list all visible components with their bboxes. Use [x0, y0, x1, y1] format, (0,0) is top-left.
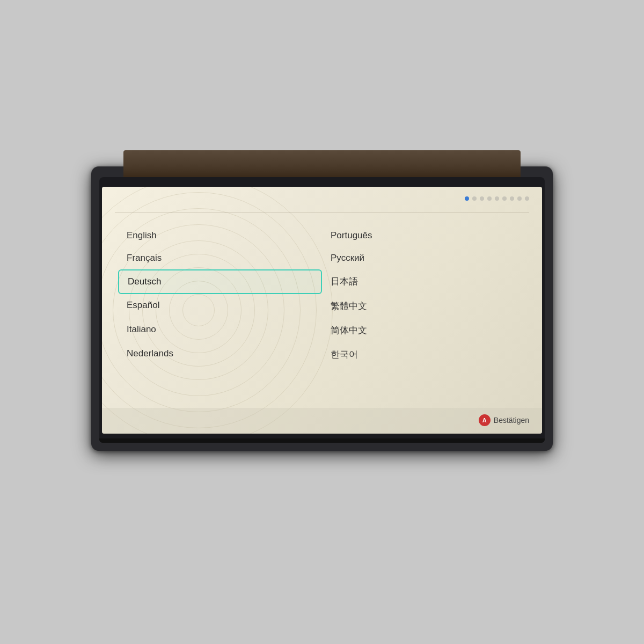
- screen-bezel: English Português Français Русский Deuts…: [99, 177, 545, 443]
- dot-2: [472, 196, 477, 201]
- lang-item-japanese[interactable]: 日本語: [322, 269, 526, 294]
- lang-item-espanol[interactable]: Español: [118, 294, 322, 318]
- lang-item-english[interactable]: English: [118, 224, 322, 247]
- dot-7: [510, 196, 514, 201]
- lang-item-deutsch[interactable]: Deutsch: [118, 269, 322, 294]
- scene: English Português Français Русский Deuts…: [80, 150, 564, 462]
- lang-item-italiano[interactable]: Italiano: [118, 318, 322, 342]
- confirm-area[interactable]: A Bestätigen: [479, 414, 529, 426]
- screen: English Português Français Русский Deuts…: [102, 187, 542, 434]
- a-button-icon: A: [479, 414, 491, 426]
- lang-item-korean[interactable]: 한국어: [322, 342, 526, 367]
- dot-6: [502, 196, 507, 201]
- lang-item-simp-chinese[interactable]: 简体中文: [322, 318, 526, 342]
- dot-1: [465, 196, 469, 201]
- dot-3: [480, 196, 484, 201]
- lang-item-nederlands[interactable]: Nederlands: [118, 342, 322, 367]
- box-top: [123, 150, 521, 177]
- dot-8: [517, 196, 522, 201]
- confirm-label: Bestätigen: [494, 416, 529, 425]
- bottom-bar: [99, 438, 545, 443]
- progress-dots: [465, 196, 529, 201]
- lang-item-trad-chinese[interactable]: 繁體中文: [322, 294, 526, 318]
- language-list: English Português Français Русский Deuts…: [102, 219, 542, 407]
- lang-item-francais[interactable]: Français: [118, 247, 322, 269]
- divider: [115, 213, 529, 213]
- dot-9: [525, 196, 529, 201]
- lang-item-portugues[interactable]: Português: [322, 224, 526, 247]
- dot-4: [487, 196, 492, 201]
- screen-bottom-strip: [102, 408, 542, 434]
- dot-5: [495, 196, 499, 201]
- lang-item-russian[interactable]: Русский: [322, 247, 526, 269]
- device-shell: English Português Français Русский Deuts…: [91, 166, 553, 451]
